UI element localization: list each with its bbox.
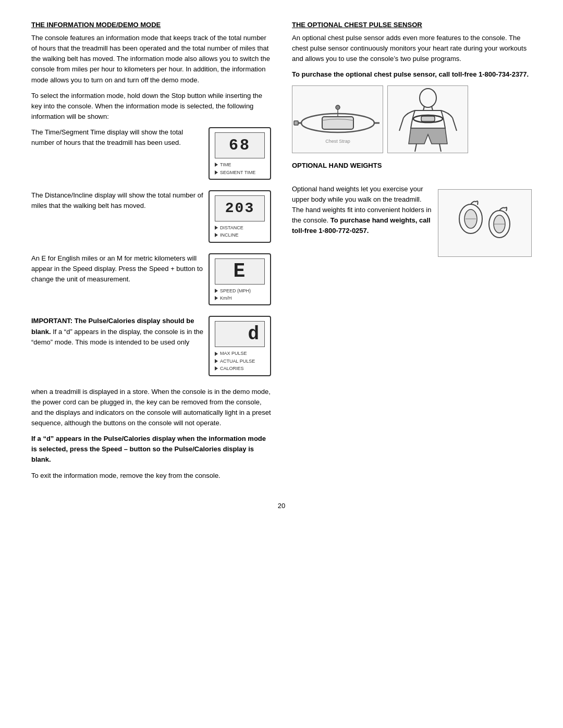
display2-screen: 203 — [215, 195, 265, 221]
display4-text-after: If a “d” appears in the display, the con… — [31, 328, 203, 346]
chest-strap-svg: Chest Strap — [293, 87, 382, 152]
arrow-icon-actualpulse — [215, 359, 218, 363]
display4-label-actualpulse: ACTUAL PULSE — [215, 357, 265, 365]
display-row-speed: An E for English miles or an M for metri… — [31, 253, 271, 306]
display2-label-incline: INCLINE — [215, 231, 265, 239]
display1-labels: TIME SEGMENT TIME — [215, 161, 265, 176]
display3-labels: SPEED (MPH) Km/H — [215, 287, 265, 302]
display4-label-calories: CALORIES — [215, 365, 265, 372]
display-row-time: The Time/Segment Time display will show … — [31, 127, 271, 180]
display1-label-time: TIME — [215, 161, 265, 168]
svg-rect-13 — [421, 116, 435, 121]
arrow-icon-speed — [215, 289, 218, 293]
display4-screen: d — [215, 321, 265, 347]
arrow-icon-kmh — [215, 296, 218, 300]
arrow-icon-incline — [215, 233, 218, 237]
arrow-icon-segtime — [215, 170, 218, 175]
info-mode-heading: THE INFORMATION MODE/DEMO MODE — [31, 21, 271, 29]
label-kmh-text: Km/H — [220, 294, 232, 302]
para-exit: To exit the information mode, remove the… — [31, 471, 271, 481]
label-time-text: TIME — [220, 161, 231, 168]
display2-labels: DISTANCE INCLINE — [215, 224, 265, 239]
svg-text:Chest Strap: Chest Strap — [325, 139, 350, 144]
display1-screen: 68 — [215, 132, 265, 158]
display3-value: E — [234, 260, 247, 282]
chest-sensor-images: Chest Strap — [292, 85, 532, 153]
display1-text: The Time/Segment Time display will show … — [31, 127, 209, 148]
hand-weights-heading: OPTIONAL HAND WEIGHTS — [292, 161, 532, 171]
hand-weights-heading-text: OPTIONAL HAND WEIGHTS — [292, 162, 382, 169]
display-row-distance: The Distance/Incline display will show t… — [31, 190, 271, 243]
svg-point-7 — [336, 105, 340, 109]
display3-label-kmh: Km/H — [215, 294, 265, 302]
chest-person-image — [387, 85, 468, 153]
label-calories-text: CALORIES — [220, 365, 244, 372]
info-mode-para2: To select the information mode, hold dow… — [31, 91, 271, 122]
page-container: THE INFORMATION MODE/DEMO MODE The conso… — [31, 21, 532, 510]
display1-box: 68 TIME SEGMENT TIME — [209, 127, 271, 180]
label-dist-text: DISTANCE — [220, 224, 243, 231]
display4-box-wrap: d MAX PULSE ACTUAL PULSE — [209, 316, 271, 376]
svg-rect-2 — [322, 117, 353, 129]
svg-line-10 — [423, 106, 424, 110]
arrow-icon-dist — [215, 226, 218, 230]
chest-sensor-heading: THE OPTIONAL CHEST PULSE SENSOR — [292, 21, 532, 29]
label-maxpulse-text: MAX PULSE — [220, 350, 247, 357]
hand-weights-section: Optional hand weights let you exercise y… — [292, 184, 532, 257]
right-column: THE OPTIONAL CHEST PULSE SENSOR An optio… — [292, 21, 532, 486]
chest-strap-image: Chest Strap — [292, 85, 383, 153]
display2-label-dist: DISTANCE — [215, 224, 265, 231]
display4-label-maxpulse: MAX PULSE — [215, 350, 265, 357]
display1-value: 68 — [229, 137, 251, 154]
arrow-icon-maxpulse — [215, 352, 218, 356]
hand-weights-image — [438, 189, 532, 257]
page-number: 20 — [31, 502, 532, 510]
para-demo-bold-text: If a “d” appears in the Pulse/Calories d… — [31, 435, 266, 463]
svg-rect-5 — [294, 121, 298, 125]
hand-weights-svg — [439, 190, 531, 255]
chest-para2: To purchase the optional chest pulse sen… — [292, 69, 532, 80]
label-segtime-text: SEGMENT TIME — [220, 169, 255, 176]
display2-box: 203 DISTANCE INCLINE — [209, 190, 271, 243]
para-demo: when a treadmill is displayed in a store… — [31, 387, 271, 429]
arrow-icon-time — [215, 163, 218, 167]
svg-point-9 — [420, 89, 436, 107]
display2-box-wrap: 203 DISTANCE INCLINE — [209, 190, 271, 243]
display3-label-speed: SPEED (MPH) — [215, 287, 265, 294]
para-demo-bold: If a “d” appears in the Pulse/Calories d… — [31, 434, 271, 465]
chest-para2-bold: To purchase the optional chest pulse sen… — [292, 70, 529, 78]
display3-text: An E for English miles or an M for metri… — [31, 253, 209, 285]
display2-value: 203 — [225, 200, 254, 216]
info-mode-para1: The console features an information mode… — [31, 33, 271, 85]
label-actualpulse-text: ACTUAL PULSE — [220, 357, 255, 365]
display4-text: IMPORTANT: The Pulse/Calories display sh… — [31, 316, 209, 347]
left-column: THE INFORMATION MODE/DEMO MODE The conso… — [31, 21, 271, 486]
display4-box: d MAX PULSE ACTUAL PULSE — [209, 316, 271, 376]
label-speed-text: SPEED (MPH) — [220, 287, 251, 294]
display3-box: E SPEED (MPH) Km/H — [209, 253, 271, 306]
page-number-text: 20 — [278, 502, 285, 510]
display1-box-wrap: 68 TIME SEGMENT TIME — [209, 127, 271, 180]
chest-para1: An optional chest pulse sensor adds even… — [292, 33, 532, 64]
svg-line-15 — [439, 144, 441, 152]
svg-line-11 — [432, 106, 433, 110]
hand-para1: Optional hand weights let you exercise y… — [292, 184, 432, 237]
arrow-icon-calories — [215, 366, 218, 371]
label-incline-text: INCLINE — [220, 231, 239, 239]
display1-label-segtime: SEGMENT TIME — [215, 169, 265, 176]
chest-person-svg — [389, 87, 467, 152]
hand-weights-text-area: Optional hand weights let you exercise y… — [292, 184, 432, 242]
svg-line-14 — [415, 144, 417, 152]
display3-screen: E — [215, 258, 265, 285]
display4-value: d — [248, 324, 260, 345]
display-row-pulse: IMPORTANT: The Pulse/Calories display sh… — [31, 316, 271, 376]
display4-labels: MAX PULSE ACTUAL PULSE CALORIES — [215, 350, 265, 372]
main-content: THE INFORMATION MODE/DEMO MODE The conso… — [31, 21, 532, 486]
display3-box-wrap: E SPEED (MPH) Km/H — [209, 253, 271, 306]
display2-text: The Distance/Incline display will show t… — [31, 190, 209, 211]
